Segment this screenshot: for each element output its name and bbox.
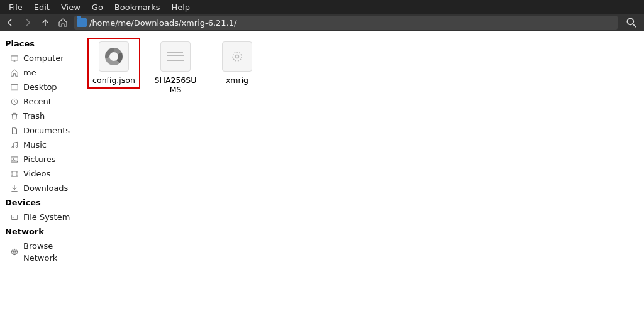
computer-icon	[10, 54, 19, 63]
menubar: File Edit View Go Bookmarks Help	[0, 0, 644, 14]
path-bar[interactable]: /home/me/Downloads/xmrig-6.21.1/	[74, 16, 618, 30]
folder-icon	[77, 18, 87, 27]
up-button[interactable]	[39, 16, 52, 29]
menu-file[interactable]: File	[4, 1, 28, 13]
sidebar-item-label: File System	[23, 211, 70, 223]
music-icon	[10, 141, 19, 149]
svg-point-12	[233, 52, 242, 61]
executable-file-icon	[222, 41, 252, 72]
forward-button[interactable]	[21, 16, 34, 29]
sidebar-item-label: Desktop	[23, 81, 57, 93]
svg-rect-8	[11, 171, 18, 176]
sidebar-section-network: Network	[5, 227, 78, 236]
file-label: SHA256SUMS	[152, 75, 199, 94]
home-icon	[10, 68, 19, 77]
svg-point-4	[12, 146, 13, 148]
sidebar-item-trash[interactable]: Trash	[4, 109, 78, 123]
toolbar: /home/me/Downloads/xmrig-6.21.1/	[0, 14, 644, 31]
menu-view[interactable]: View	[56, 1, 86, 13]
sidebar-item-browse-network[interactable]: Browse Network	[4, 239, 78, 265]
svg-rect-1	[11, 55, 18, 60]
file-label: config.json	[92, 75, 135, 85]
menu-go[interactable]: Go	[87, 1, 108, 13]
videos-icon	[10, 170, 19, 178]
sidebar-item-pictures[interactable]: Pictures	[4, 152, 78, 166]
desktop-icon	[10, 83, 19, 92]
svg-point-13	[236, 55, 239, 58]
filesystem-icon	[10, 213, 19, 222]
json-file-icon	[99, 41, 129, 72]
file-item[interactable]: xmrig	[212, 39, 262, 87]
sidebar-section-devices: Devices	[5, 198, 78, 207]
sidebar-item-label: Browse Network	[23, 240, 77, 264]
documents-icon	[10, 126, 19, 135]
file-grid[interactable]: config.json SHA256SUMS xmrig	[82, 31, 644, 331]
file-label: xmrig	[226, 75, 248, 85]
home-button[interactable]	[57, 16, 69, 29]
pictures-icon	[10, 155, 19, 164]
sidebar-item-label: Documents	[23, 124, 70, 136]
sidebar-section-places: Places	[5, 39, 78, 48]
sidebar-item-videos[interactable]: Videos	[4, 166, 78, 181]
sidebar-item-label: me	[23, 67, 36, 79]
sidebar-item-computer[interactable]: Computer	[4, 51, 78, 65]
sidebar-item-documents[interactable]: Documents	[4, 123, 78, 138]
path-text: /home/me/Downloads/xmrig-6.21.1/	[89, 18, 236, 28]
sidebar-item-desktop[interactable]: Desktop	[4, 80, 78, 94]
sidebar: Places Computer me Desktop Recent Trash …	[0, 31, 82, 331]
text-file-icon	[160, 41, 191, 72]
menu-bookmarks[interactable]: Bookmarks	[109, 1, 165, 13]
sidebar-item-recent[interactable]: Recent	[4, 94, 78, 109]
svg-rect-2	[11, 84, 18, 89]
sidebar-item-downloads[interactable]: Downloads	[4, 181, 78, 195]
svg-point-0	[627, 18, 633, 24]
sidebar-item-music[interactable]: Music	[4, 138, 78, 152]
downloads-icon	[10, 184, 19, 193]
sidebar-item-label: Computer	[23, 52, 64, 64]
back-button[interactable]	[4, 16, 16, 29]
sidebar-item-label: Trash	[23, 110, 45, 122]
sidebar-item-filesystem[interactable]: File System	[4, 210, 78, 224]
menu-edit[interactable]: Edit	[29, 1, 55, 13]
sidebar-item-label: Music	[23, 139, 47, 151]
sidebar-item-label: Pictures	[23, 153, 55, 165]
trash-icon	[10, 112, 19, 121]
svg-point-10	[13, 217, 13, 217]
sidebar-item-home[interactable]: me	[4, 65, 78, 80]
sidebar-item-label: Videos	[23, 168, 50, 180]
body: Places Computer me Desktop Recent Trash …	[0, 31, 644, 331]
svg-point-7	[13, 158, 14, 159]
search-button[interactable]	[623, 16, 640, 30]
sidebar-item-label: Recent	[23, 95, 52, 107]
sidebar-item-label: Downloads	[23, 182, 68, 194]
recent-icon	[10, 97, 19, 106]
menu-help[interactable]: Help	[166, 1, 195, 13]
svg-point-5	[16, 146, 17, 147]
file-item[interactable]: config.json	[89, 39, 139, 87]
file-item[interactable]: SHA256SUMS	[150, 39, 201, 97]
network-icon	[10, 247, 19, 256]
